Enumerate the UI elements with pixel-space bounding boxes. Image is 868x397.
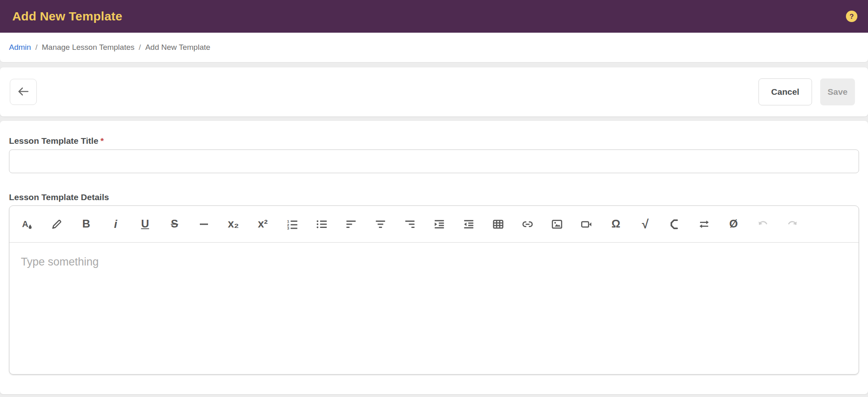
ordered-list-icon[interactable]: 123 bbox=[283, 211, 301, 237]
spacer bbox=[0, 62, 868, 67]
special-characters-icon-glyph: Ω bbox=[611, 219, 620, 230]
swap-direction-icon[interactable] bbox=[695, 211, 713, 237]
indent-icon[interactable] bbox=[430, 211, 448, 237]
align-left-icon[interactable] bbox=[342, 211, 360, 237]
breadcrumb: Admin / Manage Lesson Templates / Add Ne… bbox=[0, 33, 868, 62]
app-header: Add New Template ? bbox=[0, 0, 868, 33]
help-button[interactable]: ? bbox=[846, 11, 857, 22]
page-title: Add New Template bbox=[12, 9, 122, 23]
breadcrumb-separator: / bbox=[134, 43, 145, 52]
horizontal-rule-icon[interactable] bbox=[195, 211, 213, 237]
svg-text:3: 3 bbox=[287, 226, 289, 230]
action-buttons: Cancel Save bbox=[758, 78, 855, 105]
equation-icon-glyph: √ bbox=[642, 218, 649, 230]
editor-placeholder: Type something bbox=[21, 256, 847, 268]
back-arrow-icon bbox=[16, 85, 30, 100]
bold-icon[interactable]: B bbox=[77, 211, 95, 237]
special-characters-icon[interactable]: Ω bbox=[607, 211, 625, 237]
action-toolbar: Cancel Save bbox=[0, 67, 868, 116]
rich-text-editor: ABiUSx₂x²123Ω√Ø Type something bbox=[9, 205, 859, 375]
align-center-icon[interactable] bbox=[371, 211, 389, 237]
save-button[interactable]: Save bbox=[820, 78, 855, 105]
title-label-text: Lesson Template Title bbox=[9, 136, 98, 145]
unordered-list-icon[interactable] bbox=[313, 211, 331, 237]
subscript-icon[interactable]: x₂ bbox=[224, 211, 242, 237]
template-form: Lesson Template Title* Lesson Template D… bbox=[0, 121, 868, 394]
clear-formatting-icon[interactable]: Ø bbox=[725, 211, 743, 237]
cancel-button[interactable]: Cancel bbox=[758, 78, 812, 105]
title-field-label: Lesson Template Title* bbox=[9, 136, 859, 146]
editor-content-area[interactable]: Type something bbox=[9, 243, 859, 374]
breadcrumb-item-manage-lesson-templates: Manage Lesson Templates bbox=[42, 43, 134, 52]
insert-image-icon[interactable] bbox=[548, 211, 566, 237]
question-mark-icon: ? bbox=[850, 13, 854, 20]
breadcrumb-item-add-new-template: Add New Template bbox=[145, 43, 210, 52]
insert-video-icon[interactable] bbox=[577, 211, 595, 237]
lesson-template-title-input[interactable] bbox=[9, 149, 859, 173]
insert-link-icon[interactable] bbox=[519, 211, 537, 237]
breadcrumb-item-admin[interactable]: Admin bbox=[9, 43, 31, 52]
highlight-icon[interactable] bbox=[48, 211, 66, 237]
italic-icon-glyph: i bbox=[114, 219, 117, 230]
subscript-icon-glyph: x₂ bbox=[228, 219, 239, 230]
undo-icon bbox=[754, 211, 772, 237]
align-right-icon[interactable] bbox=[401, 211, 419, 237]
underline-icon[interactable]: U bbox=[136, 211, 154, 237]
superscript-icon[interactable]: x² bbox=[254, 211, 272, 237]
underline-icon-glyph: U bbox=[141, 219, 149, 230]
strikethrough-icon-glyph: S bbox=[171, 219, 178, 230]
required-marker: * bbox=[101, 136, 104, 145]
back-button[interactable] bbox=[10, 79, 37, 105]
page: Add New Template ? Admin / Manage Lesson… bbox=[0, 0, 868, 397]
clear-formatting-icon-glyph: Ø bbox=[729, 219, 738, 230]
svg-text:A: A bbox=[22, 219, 28, 229]
italic-icon[interactable]: i bbox=[107, 211, 125, 237]
bold-icon-glyph: B bbox=[82, 219, 90, 230]
breadcrumb-separator: / bbox=[31, 43, 42, 52]
spacer bbox=[0, 116, 868, 121]
strikethrough-icon[interactable]: S bbox=[166, 211, 183, 237]
redo-icon bbox=[783, 211, 801, 237]
editor-toolbar: ABiUSx₂x²123Ω√Ø bbox=[9, 206, 859, 243]
insert-table-icon[interactable] bbox=[489, 211, 507, 237]
chemistry-icon[interactable] bbox=[666, 211, 684, 237]
details-field-label: Lesson Template Details bbox=[9, 192, 859, 202]
superscript-icon-glyph: x² bbox=[258, 219, 268, 230]
equation-icon[interactable]: √ bbox=[636, 211, 654, 237]
text-color-icon[interactable]: A bbox=[18, 211, 36, 237]
outdent-icon[interactable] bbox=[460, 211, 478, 237]
